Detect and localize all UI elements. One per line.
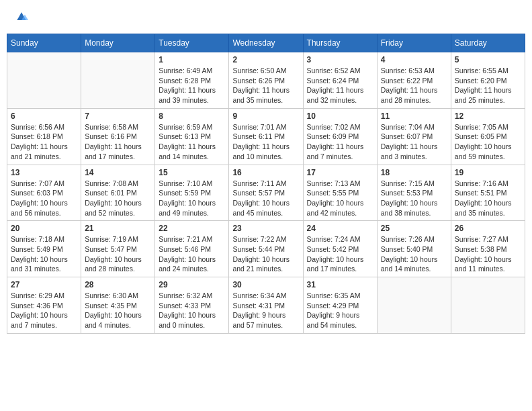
calendar-cell: 13Sunrise: 7:07 AM Sunset: 6:03 PM Dayli… bbox=[7, 165, 81, 221]
calendar-header-row: SundayMondayTuesdayWednesdayThursdayFrid… bbox=[7, 34, 525, 52]
calendar-week-row: 27Sunrise: 6:29 AM Sunset: 4:36 PM Dayli… bbox=[7, 277, 525, 334]
day-info: Sunrise: 7:02 AM Sunset: 6:09 PM Dayligh… bbox=[307, 122, 373, 162]
day-info: Sunrise: 7:21 AM Sunset: 5:46 PM Dayligh… bbox=[159, 234, 225, 274]
day-info: Sunrise: 7:01 AM Sunset: 6:11 PM Dayligh… bbox=[232, 122, 299, 162]
calendar-table: SundayMondayTuesdayWednesdayThursdayFrid… bbox=[7, 34, 525, 334]
day-number: 18 bbox=[381, 168, 447, 177]
day-number: 1 bbox=[159, 55, 225, 64]
day-of-week-header: Saturday bbox=[451, 34, 525, 52]
day-info: Sunrise: 7:26 AM Sunset: 5:40 PM Dayligh… bbox=[381, 234, 447, 274]
calendar-cell bbox=[451, 277, 525, 334]
day-number: 30 bbox=[232, 280, 299, 289]
day-info: Sunrise: 6:53 AM Sunset: 6:22 PM Dayligh… bbox=[381, 66, 447, 105]
day-info: Sunrise: 7:27 AM Sunset: 5:38 PM Dayligh… bbox=[455, 234, 521, 274]
day-number: 5 bbox=[455, 55, 521, 64]
day-info: Sunrise: 7:15 AM Sunset: 5:53 PM Dayligh… bbox=[381, 179, 447, 218]
day-number: 9 bbox=[232, 111, 299, 121]
calendar-cell: 25Sunrise: 7:26 AM Sunset: 5:40 PM Dayli… bbox=[377, 221, 451, 277]
day-of-week-header: Monday bbox=[81, 34, 155, 52]
day-info: Sunrise: 7:22 AM Sunset: 5:44 PM Dayligh… bbox=[232, 234, 299, 274]
calendar-cell: 14Sunrise: 7:08 AM Sunset: 6:01 PM Dayli… bbox=[81, 165, 155, 221]
day-info: Sunrise: 7:10 AM Sunset: 5:59 PM Dayligh… bbox=[159, 179, 225, 218]
day-number: 26 bbox=[455, 224, 521, 233]
calendar-cell: 20Sunrise: 7:18 AM Sunset: 5:49 PM Dayli… bbox=[7, 221, 81, 277]
day-info: Sunrise: 7:11 AM Sunset: 5:57 PM Dayligh… bbox=[232, 179, 299, 218]
page-header bbox=[7, 7, 525, 27]
calendar-cell: 16Sunrise: 7:11 AM Sunset: 5:57 PM Dayli… bbox=[229, 165, 303, 221]
calendar-cell: 22Sunrise: 7:21 AM Sunset: 5:46 PM Dayli… bbox=[155, 221, 229, 277]
calendar-cell: 4Sunrise: 6:53 AM Sunset: 6:22 PM Daylig… bbox=[377, 52, 451, 109]
calendar-cell: 19Sunrise: 7:16 AM Sunset: 5:51 PM Dayli… bbox=[451, 165, 525, 221]
day-info: Sunrise: 7:24 AM Sunset: 5:42 PM Dayligh… bbox=[307, 234, 373, 274]
calendar-cell: 23Sunrise: 7:22 AM Sunset: 5:44 PM Dayli… bbox=[229, 221, 303, 277]
day-of-week-header: Thursday bbox=[303, 34, 377, 52]
calendar-cell: 27Sunrise: 6:29 AM Sunset: 4:36 PM Dayli… bbox=[7, 277, 81, 334]
calendar-cell: 5Sunrise: 6:55 AM Sunset: 6:20 PM Daylig… bbox=[451, 52, 525, 109]
calendar-cell: 3Sunrise: 6:52 AM Sunset: 6:24 PM Daylig… bbox=[303, 52, 377, 109]
logo-icon bbox=[15, 10, 28, 24]
calendar-cell: 9Sunrise: 7:01 AM Sunset: 6:11 PM Daylig… bbox=[229, 108, 303, 165]
calendar-cell bbox=[81, 52, 155, 109]
day-info: Sunrise: 7:19 AM Sunset: 5:47 PM Dayligh… bbox=[85, 234, 151, 274]
calendar-cell: 6Sunrise: 6:56 AM Sunset: 6:18 PM Daylig… bbox=[7, 108, 81, 165]
day-of-week-header: Friday bbox=[377, 34, 451, 52]
calendar-cell: 31Sunrise: 6:35 AM Sunset: 4:29 PM Dayli… bbox=[303, 277, 377, 334]
day-info: Sunrise: 6:59 AM Sunset: 6:13 PM Dayligh… bbox=[159, 122, 225, 162]
calendar-cell: 15Sunrise: 7:10 AM Sunset: 5:59 PM Dayli… bbox=[155, 165, 229, 221]
calendar-week-row: 1Sunrise: 6:49 AM Sunset: 6:28 PM Daylig… bbox=[7, 52, 525, 109]
day-info: Sunrise: 6:49 AM Sunset: 6:28 PM Dayligh… bbox=[159, 66, 225, 105]
day-number: 21 bbox=[85, 224, 151, 233]
calendar-cell: 18Sunrise: 7:15 AM Sunset: 5:53 PM Dayli… bbox=[377, 165, 451, 221]
calendar-cell bbox=[377, 277, 451, 334]
day-info: Sunrise: 6:50 AM Sunset: 6:26 PM Dayligh… bbox=[232, 66, 299, 105]
calendar-cell: 1Sunrise: 6:49 AM Sunset: 6:28 PM Daylig… bbox=[155, 52, 229, 109]
day-of-week-header: Tuesday bbox=[155, 34, 229, 52]
calendar-cell: 24Sunrise: 7:24 AM Sunset: 5:42 PM Dayli… bbox=[303, 221, 377, 277]
calendar-cell: 8Sunrise: 6:59 AM Sunset: 6:13 PM Daylig… bbox=[155, 108, 229, 165]
day-info: Sunrise: 6:58 AM Sunset: 6:16 PM Dayligh… bbox=[85, 122, 151, 162]
day-info: Sunrise: 6:55 AM Sunset: 6:20 PM Dayligh… bbox=[455, 66, 521, 105]
day-number: 22 bbox=[159, 224, 225, 233]
day-info: Sunrise: 6:56 AM Sunset: 6:18 PM Dayligh… bbox=[11, 122, 77, 162]
logo bbox=[13, 10, 28, 24]
day-of-week-header: Sunday bbox=[7, 34, 81, 52]
day-number: 29 bbox=[159, 280, 225, 289]
day-number: 10 bbox=[307, 111, 373, 121]
day-number: 13 bbox=[11, 168, 77, 177]
calendar-week-row: 6Sunrise: 6:56 AM Sunset: 6:18 PM Daylig… bbox=[7, 108, 525, 165]
calendar-cell: 28Sunrise: 6:30 AM Sunset: 4:35 PM Dayli… bbox=[81, 277, 155, 334]
day-number: 31 bbox=[307, 280, 373, 289]
day-of-week-header: Wednesday bbox=[229, 34, 303, 52]
day-info: Sunrise: 7:08 AM Sunset: 6:01 PM Dayligh… bbox=[85, 179, 151, 218]
calendar-cell: 12Sunrise: 7:05 AM Sunset: 6:05 PM Dayli… bbox=[451, 108, 525, 165]
day-number: 27 bbox=[11, 280, 77, 289]
day-number: 25 bbox=[381, 224, 447, 233]
calendar-week-row: 13Sunrise: 7:07 AM Sunset: 6:03 PM Dayli… bbox=[7, 165, 525, 221]
calendar-cell: 17Sunrise: 7:13 AM Sunset: 5:55 PM Dayli… bbox=[303, 165, 377, 221]
day-info: Sunrise: 6:32 AM Sunset: 4:33 PM Dayligh… bbox=[159, 291, 225, 330]
day-number: 20 bbox=[11, 224, 77, 233]
day-number: 3 bbox=[307, 55, 373, 64]
day-info: Sunrise: 6:52 AM Sunset: 6:24 PM Dayligh… bbox=[307, 66, 373, 105]
day-number: 8 bbox=[159, 111, 225, 121]
day-info: Sunrise: 7:18 AM Sunset: 5:49 PM Dayligh… bbox=[11, 234, 77, 274]
day-number: 17 bbox=[307, 168, 373, 177]
day-number: 2 bbox=[232, 55, 299, 64]
calendar-cell: 7Sunrise: 6:58 AM Sunset: 6:16 PM Daylig… bbox=[81, 108, 155, 165]
day-number: 15 bbox=[159, 168, 225, 177]
day-info: Sunrise: 7:16 AM Sunset: 5:51 PM Dayligh… bbox=[455, 179, 521, 218]
calendar-cell: 10Sunrise: 7:02 AM Sunset: 6:09 PM Dayli… bbox=[303, 108, 377, 165]
day-number: 7 bbox=[85, 111, 151, 121]
day-info: Sunrise: 7:04 AM Sunset: 6:07 PM Dayligh… bbox=[381, 122, 447, 162]
day-info: Sunrise: 6:34 AM Sunset: 4:31 PM Dayligh… bbox=[232, 291, 299, 330]
day-info: Sunrise: 6:30 AM Sunset: 4:35 PM Dayligh… bbox=[85, 291, 151, 330]
calendar-week-row: 20Sunrise: 7:18 AM Sunset: 5:49 PM Dayli… bbox=[7, 221, 525, 277]
calendar-cell: 30Sunrise: 6:34 AM Sunset: 4:31 PM Dayli… bbox=[229, 277, 303, 334]
day-number: 19 bbox=[455, 168, 521, 177]
day-number: 11 bbox=[381, 111, 447, 121]
calendar-cell: 21Sunrise: 7:19 AM Sunset: 5:47 PM Dayli… bbox=[81, 221, 155, 277]
calendar-cell: 11Sunrise: 7:04 AM Sunset: 6:07 PM Dayli… bbox=[377, 108, 451, 165]
calendar-cell: 29Sunrise: 6:32 AM Sunset: 4:33 PM Dayli… bbox=[155, 277, 229, 334]
day-number: 16 bbox=[232, 168, 299, 177]
day-number: 28 bbox=[85, 280, 151, 289]
